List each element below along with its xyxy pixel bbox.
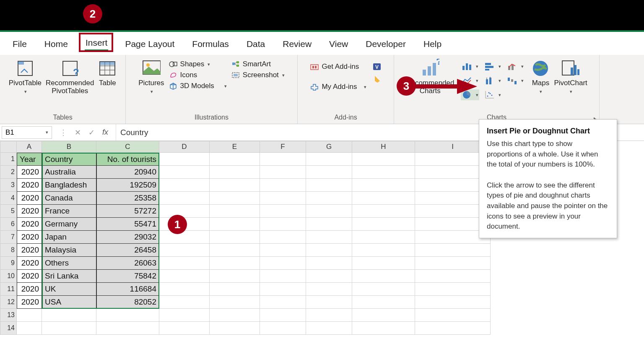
- row-header[interactable]: 2: [0, 166, 17, 179]
- cell[interactable]: [415, 283, 491, 296]
- cell-year[interactable]: 2020: [17, 231, 42, 244]
- cell[interactable]: [96, 322, 159, 335]
- name-box[interactable]: B1 ▾: [2, 126, 52, 139]
- fx-icon[interactable]: fx: [102, 128, 108, 137]
- cell[interactable]: [210, 322, 260, 335]
- cell-tourists[interactable]: 75842: [96, 270, 159, 283]
- cell-tourists[interactable]: 25358: [96, 192, 159, 205]
- cell[interactable]: [306, 296, 352, 309]
- 3d-models-button[interactable]: 3D Models▾: [169, 82, 227, 90]
- pivottable-button[interactable]: PivotTable ▾: [9, 59, 42, 94]
- cell[interactable]: [352, 192, 415, 205]
- cell[interactable]: [306, 166, 352, 179]
- cell[interactable]: [352, 270, 415, 283]
- cell-tourists[interactable]: 57272: [96, 205, 159, 218]
- cell[interactable]: [352, 257, 415, 270]
- cell-country[interactable]: France: [42, 205, 96, 218]
- cell-country[interactable]: Germany: [42, 218, 96, 231]
- tab-help[interactable]: Help: [423, 37, 442, 51]
- cell[interactable]: [159, 270, 210, 283]
- column-header-F[interactable]: F: [260, 141, 306, 153]
- recommended-pivottables-button[interactable]: ? Recommended PivotTables: [46, 59, 94, 95]
- cell[interactable]: [306, 153, 352, 166]
- cell[interactable]: [260, 244, 306, 257]
- cell-year[interactable]: 2020: [17, 218, 42, 231]
- bar-chart-button[interactable]: ▾: [483, 61, 502, 72]
- cell[interactable]: [306, 309, 352, 322]
- cell[interactable]: [159, 309, 210, 322]
- cell[interactable]: [210, 283, 260, 296]
- cell-year[interactable]: 2020: [17, 283, 42, 296]
- icons-button[interactable]: Icons: [169, 71, 197, 79]
- cell-country[interactable]: Sri Lanka: [42, 270, 96, 283]
- cell[interactable]: [260, 179, 306, 192]
- my-addins-button[interactable]: My Add-ins▾: [310, 83, 366, 91]
- cell-year[interactable]: 2020: [17, 205, 42, 218]
- cell-country[interactable]: Canada: [42, 192, 96, 205]
- cell[interactable]: [260, 218, 306, 231]
- cell[interactable]: [306, 231, 352, 244]
- column-header-G[interactable]: G: [306, 141, 352, 153]
- cell[interactable]: [306, 179, 352, 192]
- get-addins-button[interactable]: Get Add-ins: [310, 63, 359, 71]
- row-header[interactable]: 3: [0, 179, 17, 192]
- cell[interactable]: [352, 205, 415, 218]
- cell-year[interactable]: 2020: [17, 244, 42, 257]
- cell-country[interactable]: Others: [42, 257, 96, 270]
- cell[interactable]: [352, 309, 415, 322]
- cell[interactable]: [210, 231, 260, 244]
- cell[interactable]: [260, 231, 306, 244]
- cell-country[interactable]: Bangladesh: [42, 179, 96, 192]
- cell[interactable]: [306, 322, 352, 335]
- cell[interactable]: [415, 309, 491, 322]
- column-header-C[interactable]: C: [96, 141, 159, 153]
- cell[interactable]: [306, 257, 352, 270]
- cell[interactable]: [159, 244, 210, 257]
- cell[interactable]: [210, 257, 260, 270]
- cell[interactable]: [210, 192, 260, 205]
- tab-formulas[interactable]: Formulas: [191, 37, 230, 51]
- cell[interactable]: [159, 179, 210, 192]
- cell-country[interactable]: Australia: [42, 166, 96, 179]
- cell-tourists[interactable]: 82052: [96, 296, 159, 309]
- cell-country[interactable]: USA: [42, 296, 96, 309]
- tab-home[interactable]: Home: [44, 37, 69, 51]
- tab-view[interactable]: View: [328, 37, 349, 51]
- cell[interactable]: [96, 309, 159, 322]
- cell[interactable]: [352, 153, 415, 166]
- cell[interactable]: [210, 179, 260, 192]
- cell[interactable]: [415, 270, 491, 283]
- cancel-icon[interactable]: ✕: [75, 128, 81, 137]
- cell[interactable]: [210, 270, 260, 283]
- tab-review[interactable]: Review: [282, 37, 312, 51]
- column-header-B[interactable]: B: [42, 141, 96, 153]
- cell-year[interactable]: 2020: [17, 257, 42, 270]
- cell-year[interactable]: 2020: [17, 166, 42, 179]
- cell[interactable]: [210, 153, 260, 166]
- cell[interactable]: [306, 283, 352, 296]
- row-header[interactable]: 13: [0, 309, 17, 322]
- cell[interactable]: [159, 257, 210, 270]
- cell[interactable]: [260, 192, 306, 205]
- cell[interactable]: [210, 218, 260, 231]
- cell[interactable]: [159, 283, 210, 296]
- row-header[interactable]: 10: [0, 270, 17, 283]
- cell[interactable]: [159, 153, 210, 166]
- pictures-button[interactable]: Pictures ▾: [138, 59, 164, 94]
- column-header-A[interactable]: A: [17, 141, 42, 153]
- row-header[interactable]: 9: [0, 257, 17, 270]
- cell[interactable]: [260, 166, 306, 179]
- row-header[interactable]: 5: [0, 205, 17, 218]
- column-header-D[interactable]: D: [159, 141, 210, 153]
- row-header[interactable]: 8: [0, 244, 17, 257]
- cell[interactable]: [306, 270, 352, 283]
- cell-country[interactable]: Japan: [42, 231, 96, 244]
- cell[interactable]: [210, 309, 260, 322]
- cell[interactable]: [352, 283, 415, 296]
- enter-icon[interactable]: ✓: [88, 128, 95, 137]
- maps-button[interactable]: Maps▾: [531, 59, 550, 94]
- cell-tourists[interactable]: 26063: [96, 257, 159, 270]
- statistic-chart-button[interactable]: ▾: [483, 75, 502, 86]
- cell[interactable]: [415, 296, 491, 309]
- column-header-H[interactable]: H: [352, 141, 415, 153]
